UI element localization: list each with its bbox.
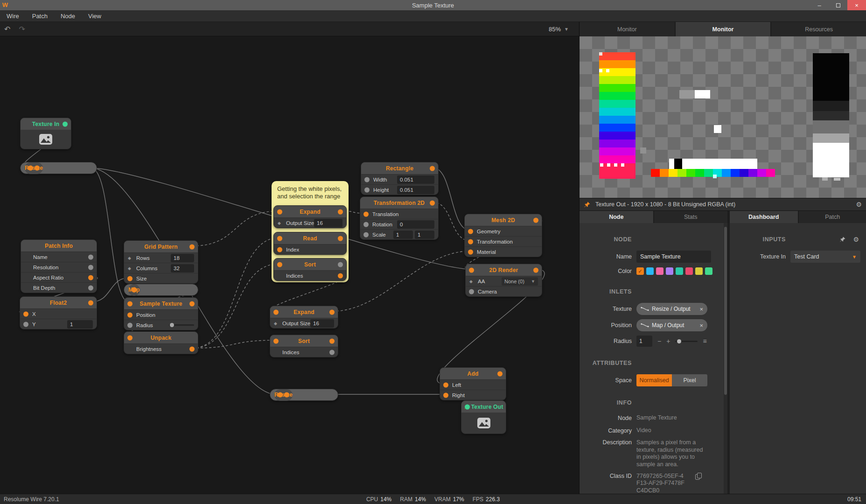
color-swatch-7[interactable]: [705, 267, 712, 275]
pin-small-icon[interactable]: [840, 237, 845, 242]
input-port[interactable]: [469, 289, 474, 294]
plus-icon[interactable]: +: [666, 338, 670, 344]
monitor-tab-monitor[interactable]: Monitor: [676, 22, 771, 36]
row-dropdown[interactable]: None (0)▼: [502, 277, 538, 286]
input-port[interactable]: [273, 309, 279, 315]
node-map[interactable]: Map: [124, 284, 198, 296]
input-port[interactable]: [364, 177, 370, 182]
node-expand-2[interactable]: Expand◆Output Size16: [270, 306, 338, 329]
close-button[interactable]: ×: [847, 0, 866, 10]
output-port[interactable]: [430, 166, 435, 171]
menu-item-view[interactable]: View: [82, 10, 108, 22]
slider-knob[interactable]: [677, 339, 681, 343]
input-port[interactable]: [363, 211, 369, 217]
value-field[interactable]: 0: [397, 220, 434, 229]
value-field[interactable]: 0.051: [397, 186, 434, 194]
input-port[interactable]: [443, 392, 448, 398]
gear-icon[interactable]: ⚙: [853, 236, 859, 243]
node-transformation-2d[interactable]: Transformation 2DTranslationRotation0Sca…: [360, 196, 439, 240]
output-port[interactable]: [329, 309, 335, 315]
gear-icon[interactable]: ⚙: [856, 201, 862, 208]
node-float2[interactable]: Float2XY1: [20, 296, 97, 329]
output-port[interactable]: [63, 121, 68, 126]
output-port[interactable]: [338, 209, 343, 214]
input-port[interactable]: [364, 187, 370, 192]
output-port[interactable]: [88, 300, 93, 305]
color-swatch-3[interactable]: [666, 267, 673, 275]
radius-field[interactable]: 1: [636, 336, 652, 347]
minus-icon[interactable]: −: [657, 338, 661, 344]
output-port[interactable]: [338, 273, 343, 278]
input-port[interactable]: [469, 267, 474, 273]
output-port[interactable]: [430, 200, 435, 205]
undo-icon[interactable]: ↶: [0, 22, 14, 36]
input-port[interactable]: [127, 335, 133, 340]
texture-inlet-pill[interactable]: Resize / Output ×: [636, 303, 707, 315]
input-port[interactable]: [443, 382, 448, 387]
menu-item-wire[interactable]: Wire: [0, 10, 26, 22]
input-port[interactable]: [468, 229, 473, 234]
input-port[interactable]: [23, 311, 28, 316]
node-render-2d[interactable]: 2D Render◆AANone (0)▼Camera: [465, 264, 542, 297]
output-port[interactable]: [497, 371, 503, 376]
node-grid-pattern[interactable]: Grid Pattern◆Rows18◆Columns32Size: [124, 240, 198, 284]
output-port[interactable]: [88, 265, 93, 270]
input-port[interactable]: [277, 262, 282, 267]
input-port[interactable]: [28, 166, 33, 171]
monitor-tab-resources[interactable]: Resources: [771, 22, 866, 36]
texture-in-dropdown[interactable]: Test Card ▼: [790, 251, 860, 263]
copy-icon[interactable]: [695, 473, 701, 480]
input-port[interactable]: [278, 392, 283, 398]
input-port[interactable]: [277, 247, 282, 252]
node-texture-out[interactable]: Texture Out: [461, 400, 506, 434]
space-pixel-option[interactable]: Pixel: [672, 374, 707, 386]
zoom-dropdown[interactable]: 85% ▼: [549, 26, 569, 33]
scrollbar-thumb[interactable]: [724, 227, 727, 395]
node-graph-canvas[interactable]: Getting the white pixels, and selection …: [0, 36, 579, 494]
node-sort-1[interactable]: SortIndices: [273, 258, 347, 281]
value-field[interactable]: 16: [310, 319, 334, 328]
input-port[interactable]: [468, 249, 473, 254]
input-port[interactable]: [363, 232, 369, 237]
scrollbar[interactable]: [724, 223, 727, 494]
value-field[interactable]: 1: [415, 231, 434, 239]
output-port[interactable]: [88, 275, 93, 280]
output-port[interactable]: [88, 254, 93, 259]
menu-item-patch[interactable]: Patch: [26, 10, 54, 22]
output-port[interactable]: [338, 262, 343, 267]
space-normalised-option[interactable]: Normalised: [636, 374, 672, 386]
input-port[interactable]: [127, 312, 133, 317]
input-port[interactable]: [273, 338, 279, 343]
input-port[interactable]: [23, 322, 28, 327]
input-port[interactable]: [277, 209, 282, 214]
value-field[interactable]: 18: [171, 254, 194, 262]
output-port[interactable]: [284, 392, 289, 398]
inspector-tab-stats[interactable]: Stats: [654, 211, 728, 223]
pin-icon[interactable]: [584, 202, 590, 208]
input-port[interactable]: [468, 239, 473, 244]
color-swatch-1[interactable]: [646, 267, 654, 275]
node-rectangle[interactable]: RectangleWidth0.051Height0.051: [361, 162, 439, 195]
row-slider[interactable]: [169, 323, 194, 327]
node-sort-2[interactable]: SortIndices: [270, 335, 338, 357]
node-texture-in[interactable]: Texture In: [20, 118, 71, 149]
node-expand-1[interactable]: Expand◆Output Size16: [273, 205, 347, 228]
menu-item-node[interactable]: Node: [54, 10, 82, 22]
output-port[interactable]: [338, 236, 343, 241]
color-swatch-6[interactable]: [695, 267, 703, 275]
remove-icon[interactable]: ×: [699, 306, 703, 313]
input-port[interactable]: [363, 222, 369, 227]
radius-slider[interactable]: [675, 339, 698, 343]
node-patch-info[interactable]: Patch InfoNameResolutionAspect RatioBit …: [21, 239, 97, 293]
value-field[interactable]: 1: [393, 231, 413, 239]
remove-icon[interactable]: ×: [699, 322, 703, 329]
color-swatch-0[interactable]: ✓: [636, 267, 644, 275]
menu-icon[interactable]: ≡: [703, 338, 706, 344]
output-port[interactable]: [329, 350, 335, 355]
node-add[interactable]: AddLeftRight: [440, 367, 506, 400]
output-port[interactable]: [329, 338, 335, 343]
input-port[interactable]: [127, 301, 133, 306]
dashboard-tab-dashboard[interactable]: Dashboard: [730, 211, 798, 223]
value-field[interactable]: 16: [314, 219, 342, 227]
value-field[interactable]: 32: [171, 264, 194, 273]
